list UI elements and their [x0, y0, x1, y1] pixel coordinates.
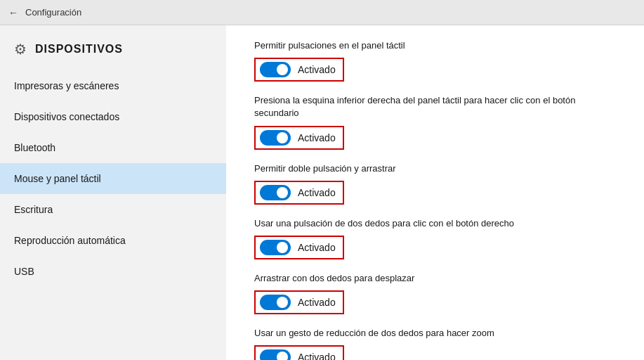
setting-label-5: Arrastrar con dos dedos para desplazar — [254, 272, 616, 285]
sidebar: ⚙ DISPOSITIVOS Impresoras y escáneres Di… — [0, 25, 226, 360]
toggle-switch-2[interactable] — [260, 130, 291, 146]
toggle-value-4: Activado — [298, 242, 336, 253]
toggle-switch-5[interactable] — [260, 295, 291, 310]
toggle-switch-6[interactable] — [260, 349, 291, 360]
toggle-track-3 — [260, 185, 291, 200]
toggle-row-3[interactable]: Activado — [254, 181, 344, 205]
toggle-thumb-2 — [277, 132, 288, 143]
setting-block-5: Arrastrar con dos dedos para desplazar A… — [254, 272, 616, 314]
toggle-switch-3[interactable] — [260, 185, 291, 200]
toggle-thumb-5 — [277, 297, 288, 308]
toggle-row-5[interactable]: Activado — [254, 290, 344, 314]
setting-block-2: Presiona la esquina inferior derecha del… — [254, 94, 616, 149]
title-bar-label: Configuración — [25, 7, 81, 18]
setting-label-4: Usar una pulsación de dos dedos para cli… — [254, 217, 616, 230]
toggle-value-5: Activado — [298, 297, 336, 308]
toggle-value-2: Activado — [298, 132, 336, 143]
setting-block-4: Usar una pulsación de dos dedos para cli… — [254, 217, 616, 259]
toggle-row-2[interactable]: Activado — [254, 126, 344, 150]
toggle-row-1[interactable]: Activado — [254, 58, 344, 82]
toggle-track-2 — [260, 130, 291, 146]
toggle-thumb-1 — [277, 64, 288, 75]
toggle-thumb-6 — [277, 352, 288, 360]
sidebar-item-printers[interactable]: Impresoras y escáneres — [0, 70, 226, 101]
setting-block-3: Permitir doble pulsación y arrastrar Act… — [254, 162, 616, 205]
sidebar-item-usb[interactable]: USB — [0, 256, 226, 287]
sidebar-header: ⚙ DISPOSITIVOS — [0, 32, 226, 70]
sidebar-item-writing[interactable]: Escritura — [0, 194, 226, 225]
toggle-switch-1[interactable] — [260, 62, 291, 77]
sidebar-item-mouse[interactable]: Mouse y panel táctil — [0, 163, 226, 194]
setting-label-2: Presiona la esquina inferior derecha del… — [254, 94, 616, 120]
toggle-row-4[interactable]: Activado — [254, 236, 344, 259]
main-layout: ⚙ DISPOSITIVOS Impresoras y escáneres Di… — [0, 25, 644, 360]
title-bar: ← Configuración — [0, 0, 644, 25]
setting-label-1: Permitir pulsaciones en el panel táctil — [254, 39, 616, 52]
toggle-value-6: Activado — [298, 352, 336, 360]
sidebar-title: DISPOSITIVOS — [35, 43, 123, 56]
setting-block-1: Permitir pulsaciones en el panel táctil … — [254, 39, 616, 82]
toggle-row-6[interactable]: Activado — [254, 345, 344, 360]
setting-label-6: Usar un gesto de reducción de dos dedos … — [254, 327, 616, 340]
toggle-track-5 — [260, 295, 291, 310]
toggle-thumb-3 — [277, 187, 288, 198]
content-area: Permitir pulsaciones en el panel táctil … — [226, 25, 644, 360]
setting-block-6: Usar un gesto de reducción de dos dedos … — [254, 327, 616, 360]
back-button[interactable]: ← — [8, 7, 18, 18]
sidebar-item-autoplay[interactable]: Reproducción automática — [0, 225, 226, 256]
toggle-value-1: Activado — [298, 64, 336, 75]
toggle-value-3: Activado — [298, 187, 336, 198]
sidebar-item-bluetooth[interactable]: Bluetooth — [0, 132, 226, 163]
gear-icon: ⚙ — [14, 41, 27, 58]
toggle-track-1 — [260, 62, 291, 77]
sidebar-item-connected[interactable]: Dispositivos conectados — [0, 101, 226, 132]
toggle-track-4 — [260, 240, 291, 255]
toggle-switch-4[interactable] — [260, 240, 291, 255]
setting-label-3: Permitir doble pulsación y arrastrar — [254, 162, 616, 175]
toggle-thumb-4 — [277, 242, 288, 253]
toggle-track-6 — [260, 349, 291, 360]
